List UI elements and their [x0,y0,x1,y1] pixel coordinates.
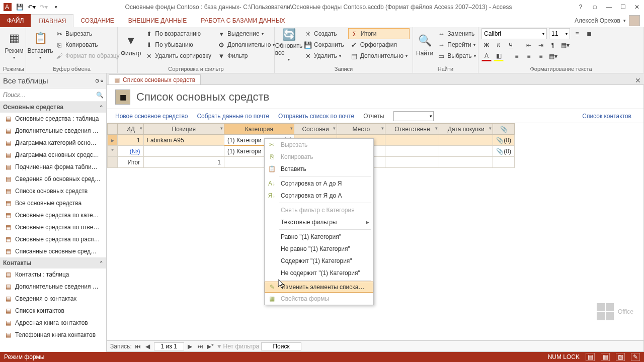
tab-file[interactable]: ФАЙЛ [0,14,31,27]
layout-view-button[interactable]: ▧ [616,353,625,361]
close-icon[interactable]: ✕ [632,2,642,12]
send-list-link[interactable]: Отправить список по почте [278,113,354,120]
navpane-dropdown-icon[interactable]: ⊙ « [95,78,103,83]
new-row-selector[interactable]: * [108,146,118,157]
align-center-icon[interactable]: ≡ [524,51,534,61]
new-record-button[interactable]: ✳Создать [302,28,346,39]
delete-record-button[interactable]: ✕Удалить▾ [302,50,346,61]
prev-record-button[interactable]: ◀ [144,342,152,350]
search-input[interactable] [2,90,95,100]
user-account[interactable]: Алексей Орехов ▾ [575,14,644,27]
cell-date[interactable] [439,135,493,146]
nav-item[interactable]: ▤Списанные основные сред… [0,245,106,257]
bullets-icon[interactable]: ≡ [572,29,582,39]
save-record-button[interactable]: 💾Сохранить [302,39,346,50]
select-button[interactable]: ▭Выбрать▾ [435,50,477,61]
indent-icon[interactable]: ⇥ [536,40,546,50]
help-icon[interactable]: ? [576,2,586,12]
sort-asc-button[interactable]: ⬆По возрастанию [143,28,213,39]
col-date[interactable]: Дата покупки▾ [439,124,493,135]
size-combo[interactable]: 11▾ [549,28,570,39]
fill-color-button[interactable]: ◧ [494,51,504,61]
numbering-icon[interactable]: ≣ [584,29,594,39]
italic-button[interactable]: К [494,40,504,50]
tab-home[interactable]: ГЛАВНАЯ [31,14,73,27]
cell-id[interactable]: 1 [118,135,143,146]
view-button[interactable]: ▦Режим▾ [3,28,25,61]
nav-item[interactable]: ▤Телефонная книга контактов [0,329,106,341]
nav-item[interactable]: ▤Список основных средств [0,185,106,197]
grid-icon[interactable]: ▦▾ [560,40,570,50]
nav-group-header[interactable]: Контакты⌃ [0,257,106,268]
filter-indicator[interactable]: ▼Нет фильтра [216,343,259,350]
nav-item[interactable]: ▤Диаграмма основных средс… [0,149,106,161]
cell-item[interactable]: Fabrikam A95 [143,135,224,146]
menu-paste[interactable]: 📋Вставить [265,163,373,175]
contacts-link[interactable]: Список контактов [582,113,635,120]
nav-item[interactable]: ▤Основные средства по отве… [0,221,106,233]
menu-contains[interactable]: Содержит "(1) Категория" [265,255,373,267]
next-record-button[interactable]: ▶ [186,342,194,350]
record-search-input[interactable] [261,342,301,350]
sort-desc-button[interactable]: ⬇По убыванию [143,39,213,50]
form-view-button[interactable]: ▤ [586,353,595,361]
menu-edit-list[interactable]: ✎Изменить элементы списка… [265,282,373,293]
outdent-icon[interactable]: ⇤ [524,40,534,50]
col-owner[interactable]: Ответственн▾ [385,124,439,135]
clear-sort-button[interactable]: ⨯Удалить сортировку [143,50,213,61]
close-tab-icon[interactable]: ✕ [632,76,644,84]
tab-create[interactable]: СОЗДАНИЕ [73,14,121,27]
doc-tab[interactable]: ▤Список основных средств [109,74,201,84]
rtl-icon[interactable]: ¶ [548,40,558,50]
nav-item[interactable]: ▤Диаграмма категорий осно… [0,137,106,149]
search-icon[interactable]: 🔍 [95,90,104,100]
replace-button[interactable]: ↔Заменить [435,28,477,39]
save-icon[interactable]: 💾 [14,2,25,13]
navpane-header[interactable]: Все таблицы ⊙ « [0,73,106,88]
find-button[interactable]: 🔍Найти [416,28,433,61]
cell-item-new[interactable] [143,146,224,157]
qat-customize-icon[interactable]: ▾ [50,2,61,13]
more-records-button[interactable]: ▤Дополнительно▾ [348,50,410,61]
nav-group-header[interactable]: Основные средства⌃ [0,102,106,113]
advanced-filter-button[interactable]: ⚙Дополнительно▾ [215,39,277,50]
refresh-button[interactable]: 🔄Обновить все▾ [278,28,300,61]
cell-date-new[interactable] [439,146,493,157]
goto-button[interactable]: →Перейти▾ [435,39,477,50]
col-item[interactable]: Позиция▾ [143,124,224,135]
first-record-button[interactable]: ⏮ [134,342,142,350]
menu-sort-az[interactable]: A↓Сортировка от А до Я [265,177,373,190]
last-record-button[interactable]: ⏭ [196,342,204,350]
cell-owner[interactable] [385,135,439,146]
paste-button[interactable]: 📋Вставить▾ [29,28,51,61]
col-attachment[interactable]: 📎 [493,124,515,135]
bold-button[interactable]: Ж [481,40,492,50]
design-view-button[interactable]: ✎ [631,353,640,361]
tab-dbtools[interactable]: РАБОТА С БАЗАМИ ДАННЫХ [194,14,292,27]
maximize-icon[interactable]: ☐ [618,2,628,12]
nav-item[interactable]: ▤Список контактов [0,305,106,317]
cell-owner-new[interactable] [385,146,439,157]
filter-button[interactable]: ▼Фильтр [121,28,141,61]
undo-icon[interactable]: ↶▾ [26,2,37,13]
menu-sort-za[interactable]: Я↓Сортировка от Я до А [265,190,373,202]
totals-button[interactable]: ΣИтоги [348,28,410,39]
nav-item[interactable]: ▤Подчиненная форма табли… [0,161,106,173]
nav-item[interactable]: ▤Основные средства по кате… [0,209,106,221]
record-position-input[interactable] [154,342,184,350]
cell-id-new[interactable]: (№) [118,146,143,157]
collect-email-link[interactable]: Собрать данные по почте [197,113,269,120]
new-record-nav-button[interactable]: ▶* [206,342,214,350]
nav-item[interactable]: ▤Все основные средства [0,197,106,209]
menu-not-equals[interactable]: Не равно "(1) Категория" [265,243,373,255]
access-app-icon[interactable]: A [2,2,13,13]
nav-item[interactable]: ▤Основные средства по расп… [0,233,106,245]
menu-text-filters[interactable]: Текстовые фильтры▶ [265,216,373,228]
col-id[interactable]: ИД▾ [118,124,143,135]
col-location[interactable]: Место▾ [337,124,385,135]
nav-item[interactable]: ▤Сведения о контактах [0,293,106,305]
selection-button[interactable]: ▾Выделение▾ [215,28,277,39]
col-category[interactable]: Категория▾ [224,124,294,135]
tab-external[interactable]: ВНЕШНИЕ ДАННЫЕ [121,14,194,27]
align-left-icon[interactable]: ≡ [512,51,522,61]
